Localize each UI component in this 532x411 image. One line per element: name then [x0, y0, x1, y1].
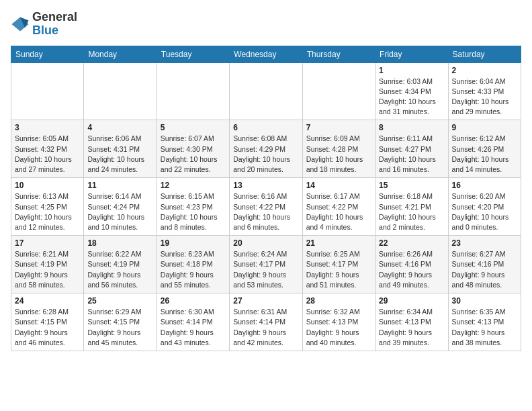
day-info: Sunrise: 6:03 AMSunset: 4:34 PMDaylight:…	[379, 77, 444, 118]
day-info: Sunrise: 6:04 AMSunset: 4:33 PMDaylight:…	[452, 77, 517, 118]
day-number: 9	[452, 123, 517, 132]
day-number: 4	[87, 123, 152, 132]
calendar-cell: 27Sunrise: 6:31 AMSunset: 4:14 PMDayligh…	[230, 293, 302, 351]
day-info: Sunrise: 6:13 AMSunset: 4:25 PMDaylight:…	[15, 191, 80, 232]
day-number: 21	[306, 238, 371, 248]
weekday-friday: Friday	[375, 46, 448, 62]
calendar-cell: 20Sunrise: 6:24 AMSunset: 4:17 PMDayligh…	[230, 236, 302, 293]
logo-general: General	[32, 10, 77, 24]
calendar-cell: 19Sunrise: 6:23 AMSunset: 4:18 PMDayligh…	[157, 236, 229, 293]
calendar-cell: 24Sunrise: 6:28 AMSunset: 4:15 PMDayligh…	[11, 293, 84, 351]
calendar-week-4: 17Sunrise: 6:21 AMSunset: 4:19 PMDayligh…	[11, 236, 521, 293]
calendar-cell: 22Sunrise: 6:26 AMSunset: 4:16 PMDayligh…	[375, 236, 448, 293]
calendar-cell: 26Sunrise: 6:30 AMSunset: 4:14 PMDayligh…	[157, 293, 229, 351]
day-number: 1	[379, 66, 444, 75]
weekday-saturday: Saturday	[448, 46, 521, 62]
calendar-cell: 14Sunrise: 6:17 AMSunset: 4:22 PMDayligh…	[302, 178, 375, 236]
calendar-cell	[84, 62, 157, 120]
day-number: 30	[452, 296, 517, 306]
day-info: Sunrise: 6:22 AMSunset: 4:19 PMDaylight:…	[87, 249, 152, 290]
day-number: 28	[306, 296, 371, 306]
calendar-cell: 9Sunrise: 6:12 AMSunset: 4:26 PMDaylight…	[448, 120, 521, 178]
calendar-cell: 16Sunrise: 6:20 AMSunset: 4:20 PMDayligh…	[448, 178, 521, 236]
calendar-cell: 23Sunrise: 6:27 AMSunset: 4:16 PMDayligh…	[448, 236, 521, 293]
calendar-cell	[11, 62, 84, 120]
day-info: Sunrise: 6:24 AMSunset: 4:17 PMDaylight:…	[233, 249, 298, 290]
day-info: Sunrise: 6:06 AMSunset: 4:31 PMDaylight:…	[87, 134, 152, 175]
day-number: 8	[379, 123, 444, 132]
day-info: Sunrise: 6:21 AMSunset: 4:19 PMDaylight:…	[15, 249, 80, 290]
day-number: 25	[87, 296, 152, 306]
calendar-table: SundayMondayTuesdayWednesdayThursdayFrid…	[11, 46, 521, 351]
day-number: 26	[161, 296, 226, 306]
calendar-cell	[230, 62, 302, 120]
day-info: Sunrise: 6:11 AMSunset: 4:27 PMDaylight:…	[379, 134, 444, 175]
day-info: Sunrise: 6:34 AMSunset: 4:13 PMDaylight:…	[379, 307, 444, 348]
day-info: Sunrise: 6:23 AMSunset: 4:18 PMDaylight:…	[161, 249, 226, 290]
day-info: Sunrise: 6:07 AMSunset: 4:30 PMDaylight:…	[161, 134, 226, 175]
calendar-cell: 10Sunrise: 6:13 AMSunset: 4:25 PMDayligh…	[11, 178, 84, 236]
logo: General Blue	[11, 11, 77, 38]
logo-icon	[11, 15, 30, 34]
calendar-cell: 7Sunrise: 6:09 AMSunset: 4:28 PMDaylight…	[302, 120, 375, 178]
day-info: Sunrise: 6:32 AMSunset: 4:13 PMDaylight:…	[306, 307, 371, 348]
calendar-cell: 8Sunrise: 6:11 AMSunset: 4:27 PMDaylight…	[375, 120, 448, 178]
day-info: Sunrise: 6:28 AMSunset: 4:15 PMDaylight:…	[15, 307, 80, 348]
calendar-cell: 1Sunrise: 6:03 AMSunset: 4:34 PMDaylight…	[375, 62, 448, 120]
day-info: Sunrise: 6:18 AMSunset: 4:21 PMDaylight:…	[379, 191, 444, 232]
calendar-cell: 5Sunrise: 6:07 AMSunset: 4:30 PMDaylight…	[157, 120, 229, 178]
day-number: 7	[306, 123, 371, 132]
calendar-body: 1Sunrise: 6:03 AMSunset: 4:34 PMDaylight…	[11, 62, 521, 351]
weekday-wednesday: Wednesday	[230, 46, 302, 62]
day-number: 15	[379, 181, 444, 190]
day-number: 23	[452, 238, 517, 248]
calendar-cell	[157, 62, 229, 120]
weekday-tuesday: Tuesday	[157, 46, 229, 62]
page-header: General Blue	[11, 11, 521, 38]
day-number: 27	[233, 296, 298, 306]
day-number: 6	[233, 123, 298, 132]
calendar-cell: 15Sunrise: 6:18 AMSunset: 4:21 PMDayligh…	[375, 178, 448, 236]
day-number: 19	[161, 238, 226, 248]
day-info: Sunrise: 6:35 AMSunset: 4:13 PMDaylight:…	[452, 307, 517, 348]
weekday-thursday: Thursday	[302, 46, 375, 62]
weekday-sunday: Sunday	[11, 46, 84, 62]
day-info: Sunrise: 6:09 AMSunset: 4:28 PMDaylight:…	[306, 134, 371, 175]
day-number: 5	[161, 123, 226, 132]
day-info: Sunrise: 6:29 AMSunset: 4:15 PMDaylight:…	[87, 307, 152, 348]
day-info: Sunrise: 6:26 AMSunset: 4:16 PMDaylight:…	[379, 249, 444, 290]
calendar-cell: 21Sunrise: 6:25 AMSunset: 4:17 PMDayligh…	[302, 236, 375, 293]
day-info: Sunrise: 6:30 AMSunset: 4:14 PMDaylight:…	[161, 307, 226, 348]
day-info: Sunrise: 6:15 AMSunset: 4:23 PMDaylight:…	[161, 191, 226, 232]
day-number: 2	[452, 66, 517, 75]
calendar-cell: 3Sunrise: 6:05 AMSunset: 4:32 PMDaylight…	[11, 120, 84, 178]
calendar-cell: 2Sunrise: 6:04 AMSunset: 4:33 PMDaylight…	[448, 62, 521, 120]
day-info: Sunrise: 6:31 AMSunset: 4:14 PMDaylight:…	[233, 307, 298, 348]
calendar-cell: 18Sunrise: 6:22 AMSunset: 4:19 PMDayligh…	[84, 236, 157, 293]
calendar-week-2: 3Sunrise: 6:05 AMSunset: 4:32 PMDaylight…	[11, 120, 521, 178]
calendar-cell: 17Sunrise: 6:21 AMSunset: 4:19 PMDayligh…	[11, 236, 84, 293]
day-info: Sunrise: 6:20 AMSunset: 4:20 PMDaylight:…	[452, 191, 517, 232]
day-info: Sunrise: 6:25 AMSunset: 4:17 PMDaylight:…	[306, 249, 371, 290]
day-info: Sunrise: 6:12 AMSunset: 4:26 PMDaylight:…	[452, 134, 517, 175]
calendar-cell: 25Sunrise: 6:29 AMSunset: 4:15 PMDayligh…	[84, 293, 157, 351]
calendar-cell: 12Sunrise: 6:15 AMSunset: 4:23 PMDayligh…	[157, 178, 229, 236]
day-number: 29	[379, 296, 444, 306]
day-number: 12	[161, 181, 226, 190]
day-info: Sunrise: 6:27 AMSunset: 4:16 PMDaylight:…	[452, 249, 517, 290]
calendar-cell: 11Sunrise: 6:14 AMSunset: 4:24 PMDayligh…	[84, 178, 157, 236]
day-info: Sunrise: 6:08 AMSunset: 4:29 PMDaylight:…	[233, 134, 298, 175]
calendar-cell	[302, 62, 375, 120]
calendar-cell: 4Sunrise: 6:06 AMSunset: 4:31 PMDaylight…	[84, 120, 157, 178]
day-number: 13	[233, 181, 298, 190]
day-info: Sunrise: 6:05 AMSunset: 4:32 PMDaylight:…	[15, 134, 80, 175]
day-info: Sunrise: 6:17 AMSunset: 4:22 PMDaylight:…	[306, 191, 371, 232]
day-number: 20	[233, 238, 298, 248]
day-number: 16	[452, 181, 517, 190]
calendar-cell: 29Sunrise: 6:34 AMSunset: 4:13 PMDayligh…	[375, 293, 448, 351]
day-number: 17	[15, 238, 80, 248]
day-number: 18	[87, 238, 152, 248]
day-number: 11	[87, 181, 152, 190]
calendar-cell: 6Sunrise: 6:08 AMSunset: 4:29 PMDaylight…	[230, 120, 302, 178]
day-number: 3	[15, 123, 80, 132]
